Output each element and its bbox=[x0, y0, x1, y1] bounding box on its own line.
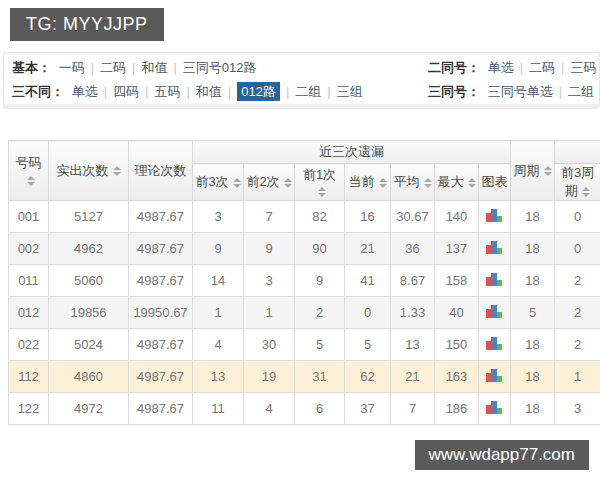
cell-max: 186 bbox=[435, 393, 479, 425]
header-row-1: 号码 实出次数 理论次数 近三次遗漏 周期 bbox=[9, 141, 600, 164]
cell-p3cycle: 2 bbox=[555, 297, 600, 329]
bar-chart-icon[interactable] bbox=[486, 336, 503, 353]
nav-link-二组[interactable]: 二组 bbox=[568, 84, 594, 99]
nav-link-一码[interactable]: 一码 bbox=[59, 60, 85, 75]
separator: | bbox=[520, 60, 523, 75]
col-header-chart: 图表 bbox=[479, 164, 511, 201]
cell-avg: 7 bbox=[391, 393, 435, 425]
col-header-max[interactable]: 最大 bbox=[435, 164, 479, 201]
table-row-001: 00151274987.6737821630.67140180 bbox=[9, 201, 600, 233]
sort-icon bbox=[468, 178, 476, 188]
telegram-badge: TG: MYYJJPP bbox=[10, 8, 164, 41]
bar-chart-icon[interactable] bbox=[486, 400, 503, 417]
nav-link-单选[interactable]: 单选 bbox=[72, 84, 98, 99]
col-header-current[interactable]: 当前 bbox=[345, 164, 391, 201]
cell-cur: 62 bbox=[345, 361, 391, 393]
chart-cell[interactable] bbox=[479, 201, 511, 233]
cell-cycle: 18 bbox=[511, 233, 555, 265]
cell-cycle: 18 bbox=[511, 265, 555, 297]
nav-link-和值[interactable]: 和值 bbox=[196, 84, 222, 99]
nav-link-二码[interactable]: 二码 bbox=[100, 60, 126, 75]
chart-cell[interactable] bbox=[479, 233, 511, 265]
cell-max: 158 bbox=[435, 265, 479, 297]
nav-items-two-same: 单选|二码|三码|二组 bbox=[488, 60, 600, 75]
cell-cur: 21 bbox=[345, 233, 391, 265]
cell-avg: 8.67 bbox=[391, 265, 435, 297]
table-row-022: 02250244987.674305513150182 bbox=[9, 329, 600, 361]
col-header-prev3cycle[interactable]: 前3周期 bbox=[555, 164, 600, 201]
group-header-empty bbox=[555, 141, 600, 164]
cell-actual: 5060 bbox=[49, 265, 129, 297]
col-header-prev3[interactable]: 前3次 bbox=[193, 164, 244, 201]
chart-cell[interactable] bbox=[479, 297, 511, 329]
col-header-theory: 理论次数 bbox=[129, 141, 193, 201]
cell-code: 012 bbox=[9, 297, 49, 329]
cell-p2: 19 bbox=[244, 361, 295, 393]
bar-chart-icon[interactable] bbox=[486, 304, 503, 321]
cell-p2: 1 bbox=[244, 297, 295, 329]
cell-p3cycle: 1 bbox=[555, 361, 600, 393]
nav-link-三同号单选[interactable]: 三同号单选 bbox=[488, 84, 553, 99]
nav-items-basic: 一码|二码|和值|三同号012路 bbox=[59, 60, 257, 75]
cell-p2: 3 bbox=[244, 265, 295, 297]
nav-link-单选[interactable]: 单选 bbox=[488, 60, 514, 75]
separator: | bbox=[561, 60, 564, 75]
group-header-recent-miss: 近三次遗漏 bbox=[193, 141, 511, 164]
nav-link-三组[interactable]: 三组 bbox=[337, 84, 363, 99]
website-badge: www.wdapp77.com bbox=[415, 440, 589, 470]
cell-actual: 4972 bbox=[49, 393, 129, 425]
bar-chart-icon[interactable] bbox=[486, 240, 503, 257]
cell-p3cycle: 0 bbox=[555, 201, 600, 233]
cell-code: 011 bbox=[9, 265, 49, 297]
col-header-prev1[interactable]: 前1次 bbox=[295, 164, 345, 201]
stats-table-wrap: 号码 实出次数 理论次数 近三次遗漏 周期 前3次 前2次 前1次 当前 平均 … bbox=[8, 140, 600, 425]
nav-link-二码[interactable]: 二码 bbox=[529, 60, 555, 75]
bar-chart-icon[interactable] bbox=[486, 208, 503, 225]
cell-p3cycle: 2 bbox=[555, 329, 600, 361]
separator: | bbox=[228, 84, 231, 99]
cell-cycle: 18 bbox=[511, 361, 555, 393]
nav-link-和值[interactable]: 和值 bbox=[141, 60, 167, 75]
nav-link-四码[interactable]: 四码 bbox=[113, 84, 139, 99]
cell-code: 002 bbox=[9, 233, 49, 265]
cell-p3: 1 bbox=[193, 297, 244, 329]
col-header-actual[interactable]: 实出次数 bbox=[49, 141, 129, 201]
bar-chart-icon[interactable] bbox=[486, 368, 503, 385]
chart-cell[interactable] bbox=[479, 329, 511, 361]
cell-theory: 4987.67 bbox=[129, 393, 193, 425]
nav-link-三同号012路[interactable]: 三同号012路 bbox=[183, 60, 257, 75]
col-header-cycle[interactable]: 周期 bbox=[511, 141, 555, 201]
cell-avg: 36 bbox=[391, 233, 435, 265]
nav-label-three-diff: 三不同： bbox=[12, 84, 64, 99]
nav-link-三码[interactable]: 三码 bbox=[570, 60, 596, 75]
cell-actual: 19856 bbox=[49, 297, 129, 329]
nav-link-二组[interactable]: 二组 bbox=[295, 84, 321, 99]
cell-p2: 30 bbox=[244, 329, 295, 361]
cell-actual: 4962 bbox=[49, 233, 129, 265]
col-header-average[interactable]: 平均 bbox=[391, 164, 435, 201]
chart-cell[interactable] bbox=[479, 361, 511, 393]
cell-cur: 0 bbox=[345, 297, 391, 329]
bar-chart-icon[interactable] bbox=[486, 272, 503, 289]
cell-avg: 21 bbox=[391, 361, 435, 393]
cell-theory: 19950.67 bbox=[129, 297, 193, 329]
cell-cycle: 18 bbox=[511, 329, 555, 361]
nav-label-three-same: 三同号： bbox=[428, 84, 480, 99]
nav-link-012路[interactable]: 012路 bbox=[237, 82, 280, 101]
cell-avg: 30.67 bbox=[391, 201, 435, 233]
cell-max: 137 bbox=[435, 233, 479, 265]
col-header-code[interactable]: 号码 bbox=[9, 141, 49, 201]
chart-cell[interactable] bbox=[479, 393, 511, 425]
nav-link-五码[interactable]: 五码 bbox=[154, 84, 180, 99]
cell-p1: 31 bbox=[295, 361, 345, 393]
col-header-prev2[interactable]: 前2次 bbox=[244, 164, 295, 201]
sort-icon bbox=[582, 187, 590, 197]
nav-row-1: 基本： 一码|二码|和值|三同号012路 二同号： 单选|二码|三码|二组 bbox=[12, 57, 599, 79]
separator: | bbox=[286, 84, 289, 99]
cell-p2: 7 bbox=[244, 201, 295, 233]
chart-cell[interactable] bbox=[479, 265, 511, 297]
cell-actual: 5127 bbox=[49, 201, 129, 233]
cell-p3: 9 bbox=[193, 233, 244, 265]
nav-label-basic: 基本： bbox=[12, 60, 51, 75]
nav-items-three-diff: 单选|四码|五码|和值|012路|二组|三组 bbox=[72, 84, 363, 99]
